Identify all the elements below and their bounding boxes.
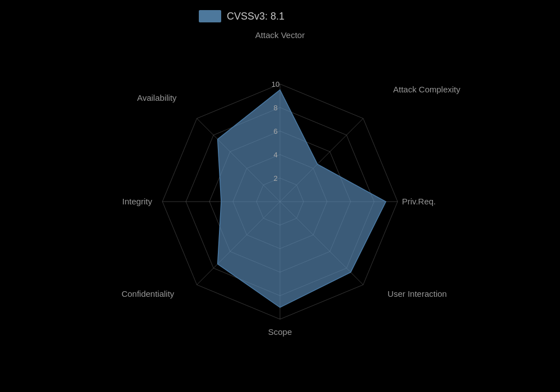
axis-label-integrity: Integrity [122, 197, 152, 206]
axis-label-user-interaction: User Interaction [388, 289, 447, 298]
axis-label-attack-complexity: Attack Complexity [393, 85, 461, 94]
scale-label-6: 6 [273, 127, 277, 136]
axis-label-confidentiality: Confidentiality [122, 289, 175, 298]
legend-label: CVSSv3: 8.1 [227, 11, 284, 22]
axis-label-availability: Availability [137, 93, 177, 102]
scale-label-2: 2 [273, 174, 277, 183]
radar-data-polygon [218, 90, 386, 308]
legend-color-box [199, 10, 221, 22]
axis-label-priv-req: Priv.Req. [402, 197, 436, 206]
scale-label-8: 8 [273, 104, 277, 112]
scale-label-10: 10 [272, 80, 279, 88]
axis-label-scope: Scope [268, 327, 292, 337]
chart-container: CVSSv3: 8.1 [0, 0, 560, 392]
axis-label-attack-vector: Attack Vector [255, 30, 305, 40]
scale-label-4: 4 [273, 151, 277, 159]
